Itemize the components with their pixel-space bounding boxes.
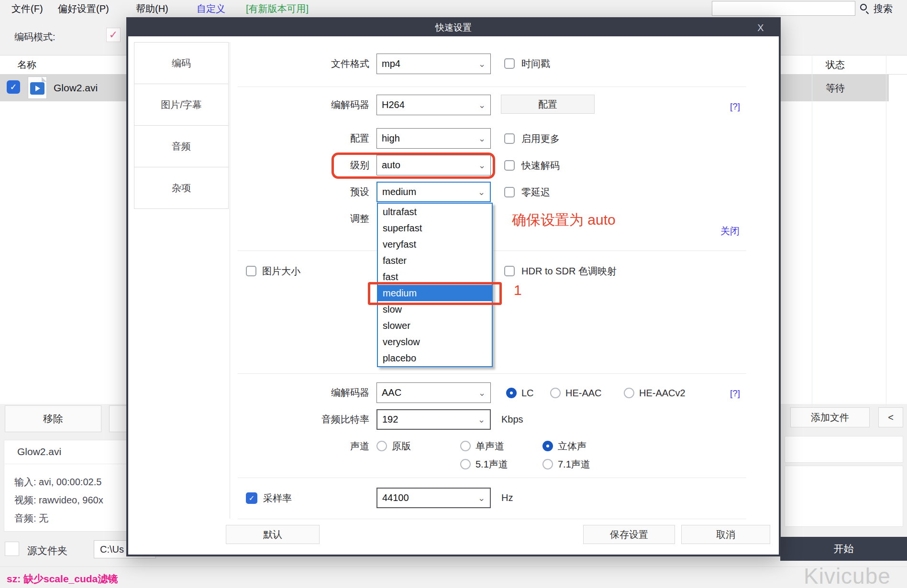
audio-help-link[interactable]: [?]: [730, 388, 740, 399]
radio-channel-original-label: 原版: [392, 440, 411, 452]
sample-rate-unit: Hz: [501, 488, 513, 508]
preset-option-veryslow[interactable]: veryslow: [378, 334, 492, 350]
timestamp-checkbox[interactable]: [504, 58, 515, 69]
enable-more-checkbox[interactable]: [504, 133, 515, 144]
chevron-down-icon: ⌄: [478, 101, 486, 109]
radio-channel-7-1-label: 7.1声道: [558, 458, 590, 470]
preset-option-fast[interactable]: fast: [378, 269, 492, 285]
radio-channel-7-1[interactable]: [542, 459, 553, 469]
video-config-button[interactable]: 配置: [501, 95, 595, 114]
sample-rate-select[interactable]: 44100 ⌄: [376, 488, 491, 508]
preset-option-faster[interactable]: faster: [378, 252, 492, 269]
source-folder-label: 源文件夹: [27, 544, 67, 557]
preset-option-medium[interactable]: medium: [378, 285, 492, 301]
level-label: 级别: [264, 155, 369, 175]
tab-misc[interactable]: 杂项: [134, 167, 229, 209]
audio-codec-value: AAC: [382, 387, 401, 398]
audio-bitrate-unit: Kbps: [501, 409, 523, 430]
menu-bar: 文件(F) 偏好设置(P) 帮助(H) 自定义 [有新版本可用] 搜索: [0, 0, 907, 17]
search-input[interactable]: [712, 1, 855, 16]
encode-mode-label: 编码模式:: [14, 30, 55, 44]
audio-codec-label: 编解码器: [264, 382, 369, 403]
level-select[interactable]: auto ⌄: [376, 155, 491, 175]
preset-option-veryfast[interactable]: veryfast: [378, 236, 492, 252]
queue-panel-bottom: [785, 466, 903, 527]
preset-label: 预设: [264, 182, 369, 202]
chevron-down-icon: ⌄: [478, 494, 485, 502]
menu-custom[interactable]: 自定义: [197, 0, 225, 17]
radio-channel-original[interactable]: [376, 441, 387, 451]
hdr-label: HDR to SDR 色调映射: [521, 265, 617, 277]
chevron-down-icon: ⌄: [478, 415, 485, 424]
add-files-button[interactable]: 添加文件: [790, 407, 870, 427]
start-button[interactable]: 开始: [780, 537, 907, 561]
close-link[interactable]: 关闭: [720, 225, 740, 238]
radio-channel-5-1[interactable]: [460, 459, 471, 469]
hdr-checkbox[interactable]: [504, 266, 515, 276]
preset-option-slower[interactable]: slower: [378, 317, 492, 334]
radio-lc-label: LC: [521, 387, 534, 399]
tab-encode[interactable]: 编码: [134, 42, 229, 84]
preset-select[interactable]: medium ⌄: [376, 182, 491, 202]
radio-lc[interactable]: [506, 388, 517, 398]
picture-size-label: 图片大小: [262, 265, 300, 277]
source-folder-checkbox[interactable]: [5, 542, 19, 556]
enable-more-label: 启用更多: [521, 132, 560, 145]
tab-audio[interactable]: 音频: [134, 125, 229, 167]
save-settings-button[interactable]: 保存设置: [583, 525, 675, 544]
video-codec-label: 编解码器: [264, 95, 369, 115]
picture-size-checkbox[interactable]: [246, 266, 256, 276]
sample-rate-checkbox[interactable]: ✓: [246, 492, 257, 504]
sample-rate-value: 44100: [382, 492, 409, 503]
channels-label: 声道: [264, 436, 369, 457]
close-icon[interactable]: X: [754, 21, 767, 34]
default-button[interactable]: 默认: [226, 525, 320, 544]
queue-panel-top: [785, 436, 903, 463]
status-message: sz: 缺少scale_cuda滤镜: [7, 572, 118, 586]
search-icon[interactable]: [860, 4, 867, 11]
preset-dropdown-list: ultrafast superfast veryfast faster fast…: [377, 203, 493, 367]
chevron-down-icon: ⌄: [478, 134, 486, 143]
file-format-select[interactable]: mp4 ⌄: [376, 54, 491, 74]
search-button[interactable]: 搜索: [874, 0, 893, 17]
preset-option-placebo[interactable]: placebo: [378, 350, 492, 366]
menu-help[interactable]: 帮助(H): [136, 0, 168, 17]
row-file-name[interactable]: Glow2.avi: [54, 75, 98, 101]
row-checkbox[interactable]: ✓: [7, 80, 20, 94]
radio-channel-stereo[interactable]: [542, 441, 553, 451]
timestamp-label: 时间戳: [521, 57, 550, 70]
radio-he-aacv2[interactable]: [624, 388, 634, 398]
cancel-button[interactable]: 取消: [681, 525, 770, 544]
fast-decode-checkbox[interactable]: [504, 160, 515, 171]
profile-value: high: [382, 133, 400, 144]
preset-option-ultrafast[interactable]: ultrafast: [378, 204, 492, 220]
collapse-button[interactable]: <: [878, 407, 903, 427]
menu-file[interactable]: 文件(F): [11, 0, 43, 17]
chevron-down-icon: ⌄: [478, 389, 486, 397]
remove-button[interactable]: 移除: [5, 405, 101, 432]
menu-new-version[interactable]: [有新版本可用]: [246, 0, 309, 17]
audio-bitrate-select[interactable]: 192 ⌄: [376, 409, 491, 430]
profile-label: 配置: [264, 128, 369, 149]
radio-channel-mono[interactable]: [460, 441, 471, 451]
profile-select[interactable]: high ⌄: [376, 128, 491, 149]
chevron-down-icon: ⌄: [478, 188, 485, 196]
zero-latency-checkbox[interactable]: [504, 187, 515, 197]
file-info-video: 视频: rawvideo, 960x: [14, 494, 103, 507]
chevron-down-icon: ⌄: [478, 60, 486, 68]
audio-bitrate-label: 音频比特率: [264, 409, 369, 430]
radio-he-aac[interactable]: [550, 388, 561, 398]
preset-option-superfast[interactable]: superfast: [378, 220, 492, 236]
audio-codec-select[interactable]: AAC ⌄: [376, 382, 491, 403]
video-codec-select[interactable]: H264 ⌄: [376, 95, 491, 115]
radio-channel-5-1-label: 5.1声道: [476, 458, 508, 470]
preset-option-slow[interactable]: slow: [378, 301, 492, 317]
annotation-ensure-auto: 确保设置为 auto: [512, 210, 616, 230]
tab-picture-subtitle[interactable]: 图片/字幕: [134, 84, 229, 126]
encode-mode-checkbox[interactable]: ✓: [106, 28, 121, 42]
column-header-status[interactable]: 状态: [813, 55, 857, 74]
file-info-input: 输入: avi, 00:00:02.5: [14, 476, 101, 489]
menu-preferences[interactable]: 偏好设置(P): [58, 0, 109, 17]
video-help-link[interactable]: [?]: [730, 101, 740, 112]
column-header-name[interactable]: 名称: [17, 55, 36, 74]
